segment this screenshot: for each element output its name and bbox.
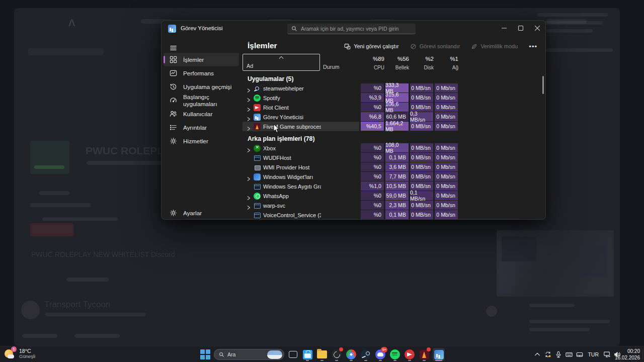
discord-icon[interactable]: 9+ [374,348,386,361]
process-status-cell [321,210,359,220]
expand-chevron-icon[interactable] [246,105,251,110]
process-row[interactable]: Windows Ses Aygıtı Grafik Yalı...%1,010,… [243,182,543,191]
process-row[interactable]: WhatsApp%059,0 MB0,1 MB/sn0 Mb/sn [243,191,543,201]
sidebar-item-ayrintilar[interactable]: Ayrıntılar [164,121,239,134]
taskbar-clock[interactable]: 00:20 16.02.2026 [615,348,640,361]
start-button[interactable] [199,348,211,361]
task-manager-icon[interactable] [433,348,445,361]
spotify-icon[interactable] [389,348,401,361]
process-disk-cell: 0 MB/sn [410,162,433,171]
sidebar-item-islemler[interactable]: İşlemler [164,53,239,66]
server2-title: Transport Tycoon [44,300,110,310]
expand-chevron-icon[interactable] [246,96,251,101]
fivem-icon[interactable] [418,348,430,361]
end-task-button[interactable]: Görevi sonlandır [407,42,463,51]
process-disk-cell: 0 MB/sn [410,172,433,181]
tray-network-icon[interactable] [603,351,610,358]
efficiency-mode-button[interactable]: Verimlilik modu [468,42,521,51]
process-name-cell: Xbox [243,143,321,153]
toolbar: Yeni görevi çalıştır Görevi sonlandır Ve… [341,41,540,52]
expand-chevron-icon[interactable] [246,86,251,91]
process-cpu-cell: %0 [361,162,384,171]
column-header-name[interactable]: Ad [243,54,320,71]
running-indicator [335,360,338,361]
search-placeholder: Ara [227,351,264,357]
process-name-cell: steamwebhelper [243,83,321,93]
table-scrollbar[interactable] [542,76,544,94]
process-memory-cell: 10,5 MB [385,182,409,191]
weather-widget[interactable]: 1 18°C Güneşli [4,348,35,359]
tray-chevron-up-icon[interactable] [534,351,541,358]
column-header-status[interactable]: Durum [320,54,361,72]
microsoft-store-icon[interactable] [301,348,313,361]
wmi-process-icon [254,164,261,171]
search-input[interactable] [301,26,412,32]
column-header-cpu[interactable]: %89CPU [363,54,386,72]
title-bar[interactable]: Görev Yöneticisi [162,21,545,37]
process-search-box[interactable] [287,24,416,34]
server2-avatar [21,301,40,319]
tray-keyboard-icon[interactable] [566,351,573,358]
search-highlight-image [267,350,282,359]
sidebar-item-ayarlar[interactable]: Ayarlar [164,206,239,220]
column-header-disk[interactable]: %2Disk [412,54,435,72]
tray-microphone-icon[interactable] [555,351,562,358]
sidebar-item-uygulama-gecmisi[interactable]: Uygulama geçmişi [164,80,239,94]
process-name: Windows Ses Aygıtı Grafik Yalı... [263,184,321,190]
process-status-cell [321,162,359,172]
expand-chevron-icon[interactable] [246,146,251,151]
tray-touchpad-icon[interactable] [576,351,583,358]
expand-chevron-icon[interactable] [246,124,251,129]
process-cpu-cell: %0 [361,172,384,181]
tray-sync-icon[interactable] [544,351,551,358]
expand-chevron-icon[interactable] [246,203,251,208]
expand-chevron-icon[interactable] [246,194,251,199]
more-options-button[interactable]: ••• [526,43,540,50]
widgets-process-icon [254,173,261,180]
fivem-logo: Λ [68,17,75,29]
sidebar-item-baslangic-uygulamalari[interactable]: Başlangıç uygulamaları [164,94,239,107]
column-header-ağ[interactable]: %1Ağ [437,54,460,72]
opera-gx-icon[interactable] [331,348,343,361]
process-row[interactable]: VoiceControl_Service (32 bit)%00,1 MB0 M… [243,210,543,220]
file-explorer-icon[interactable] [316,348,328,361]
process-row[interactable]: WMI Provider Host%03,6 MB0 MB/sn0 Mb/sn [243,162,543,172]
sidebar-item-performans[interactable]: Performans [164,66,239,80]
process-row[interactable]: Riot Client%0106,6 MB0 MB/sn0 Mb/sn [243,103,543,112]
close-button[interactable] [529,21,545,35]
process-row[interactable]: warp-svc%02,3 MB0 MB/sn0 Mb/sn [243,201,543,210]
win-process-icon [254,212,261,219]
steam-icon[interactable] [360,348,372,361]
taskbar-search[interactable]: Ara [214,349,284,360]
run-new-task-button[interactable]: Yeni görevi çalıştır [341,42,401,51]
minimize-button[interactable] [496,21,512,35]
task-view-button[interactable] [287,348,299,361]
process-row[interactable]: FiveM Game subprocess%40,51.664,2 MB0 MB… [243,122,543,131]
running-indicator [423,360,426,361]
process-memory-cell: 1.664,2 MB [385,122,409,131]
process-row[interactable]: Xbox%0108,0 MB0 MB/sn0 Mb/sn [243,143,543,153]
process-status-cell [321,93,359,103]
process-row[interactable]: WUDFHost%00,1 MB0 MB/sn0 Mb/sn [243,153,543,162]
page-title: İşlemler [248,41,277,50]
process-name: Görev Yöneticisi [263,114,303,120]
expand-chevron-icon[interactable] [246,115,251,120]
process-network-cell: 0 Mb/sn [435,93,458,102]
process-name: WhatsApp [263,193,289,199]
sidebar-item-label: Kullanıcılar [183,111,212,118]
column-header-bellek[interactable]: %56Bellek [387,54,411,72]
riot-client-icon[interactable] [404,348,416,361]
navigation-menu-button[interactable] [167,42,180,54]
sidebar-item-kullanicilar[interactable]: Kullanıcılar [164,107,239,121]
process-cpu-cell: %0 [361,83,384,93]
sort-ascending-icon [279,55,284,60]
maximize-button[interactable] [512,21,529,35]
chrome-icon[interactable] [345,348,357,361]
running-indicator [393,360,396,361]
expand-chevron-icon[interactable] [246,174,251,179]
process-row[interactable]: Windows Widget'ları%07,7 MB0 MB/sn0 Mb/s… [243,172,543,182]
tray-language-indicator[interactable]: TUR [587,351,600,357]
process-network-cell: 0 Mb/sn [435,112,458,121]
process-cpu-cell: %40,5 [361,122,384,131]
sidebar-item-hizmetler[interactable]: Hizmetler [164,134,239,148]
